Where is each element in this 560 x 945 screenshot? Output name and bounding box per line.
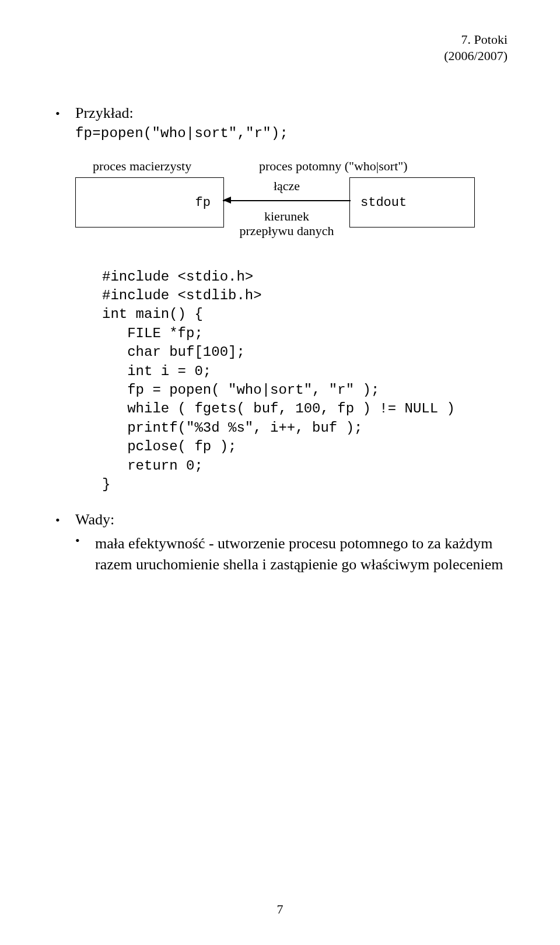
wady-bullet: • Wady: xyxy=(55,509,508,530)
diagram-labels-row: proces macierzysty proces potomny ("who|… xyxy=(75,159,478,174)
header-title: 7. Potoki xyxy=(444,32,508,48)
bullet-dot-icon: • xyxy=(55,513,75,527)
example-label: Przykład: xyxy=(75,103,134,123)
wady-item-text: mała efektywność - utworzenie procesu po… xyxy=(95,533,503,574)
bullet-dot-icon: • xyxy=(75,533,95,547)
kierunek-label: kierunek przepływu danych xyxy=(240,209,334,239)
parent-process-label: proces macierzysty xyxy=(75,159,259,174)
example-code-line: fp=popen("who|sort","r"); xyxy=(75,125,508,141)
diagram-boxes-row: fp łącze kierunek przepływu danych stdou… xyxy=(75,177,478,239)
example-bullet: • Przykład: xyxy=(55,103,508,123)
page: 7. Potoki (2006/2007) • Przykład: fp=pop… xyxy=(0,0,560,945)
wady-heading: Wady: xyxy=(75,509,114,530)
wady-item: • mała efektywność - utworzenie procesu … xyxy=(75,533,508,574)
page-header: 7. Potoki (2006/2007) xyxy=(444,32,508,64)
code-listing: #include <stdio.h> #include <stdlib.h> i… xyxy=(102,268,508,495)
arrow-icon xyxy=(224,196,349,205)
pipe-diagram: proces macierzysty proces potomny ("who|… xyxy=(75,159,478,239)
lacze-label: łącze xyxy=(274,178,300,194)
fp-label: fp xyxy=(195,195,211,210)
bullet-dot-icon: • xyxy=(55,106,75,120)
page-content: • Przykład: fp=popen("who|sort","r"); pr… xyxy=(55,103,508,575)
parent-box: fp xyxy=(75,177,224,228)
header-year: (2006/2007) xyxy=(444,48,508,64)
page-number: 7 xyxy=(0,902,560,917)
pipe-middle: łącze kierunek przepływu danych xyxy=(224,177,349,239)
child-box: stdout xyxy=(349,177,475,228)
stdout-label: stdout xyxy=(360,195,407,210)
child-process-label: proces potomny ("who|sort") xyxy=(259,159,408,173)
